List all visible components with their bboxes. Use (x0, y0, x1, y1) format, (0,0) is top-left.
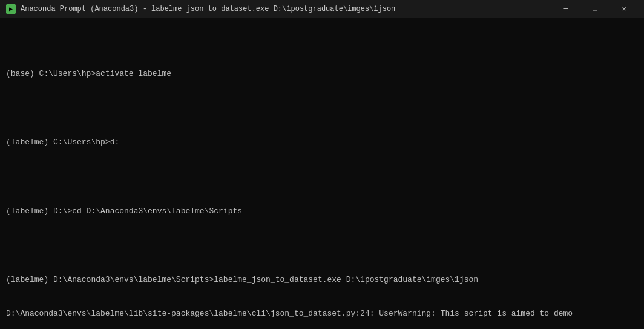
minimize-button[interactable]: ─ (552, 0, 580, 18)
line-blank-2 (6, 171, 638, 183)
close-button[interactable]: ✕ (610, 0, 638, 18)
terminal-content: (base) C:\Users\hp>activate labelme (lab… (6, 46, 638, 329)
line-3: (labelme) C:\Users\hp>d: (6, 137, 638, 148)
line-1: (base) C:\Users\hp>activate labelme (6, 68, 638, 80)
line-5: (labelme) D:\>cd D:\Anaconda3\envs\label… (6, 206, 638, 218)
line-blank-3 (6, 240, 638, 251)
app-icon: ▶ (6, 4, 16, 14)
window-controls[interactable]: ─ □ ✕ (552, 0, 638, 18)
line-8: D:\Anaconda3\envs\labelme\lib\site-packa… (6, 308, 638, 320)
window-title: Anaconda Prompt (Anaconda3) - labelme_js… (21, 5, 552, 13)
maximize-button[interactable]: □ (581, 0, 609, 18)
terminal-window: (base) C:\Users\hp>activate labelme (lab… (0, 18, 644, 329)
line-blank-1 (6, 103, 638, 115)
titlebar: ▶ Anaconda Prompt (Anaconda3) - labelme_… (0, 0, 644, 18)
line-7: (labelme) D:\Anaconda3\envs\labelme\Scri… (6, 274, 638, 286)
